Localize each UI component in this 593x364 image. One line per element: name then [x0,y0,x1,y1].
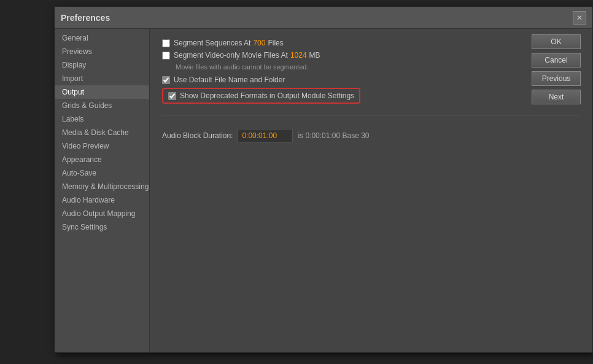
sidebar-item-import[interactable]: Import [55,72,149,85]
segment-sequences-value: 700 [253,39,265,47]
sidebar: General Previews Display Import Output G… [55,29,150,352]
previous-button[interactable]: Previous [532,71,581,86]
sidebar-item-media-disk-cache[interactable]: Media & Disk Cache [55,126,149,139]
close-button[interactable]: ✕ [573,11,586,25]
show-deprecated-row: Show Deprecated Formats in Output Module… [162,88,360,104]
content-area: Segment Sequences At 700 Files Segment V… [150,29,592,352]
sidebar-item-grids-guides[interactable]: Grids & Guides [55,99,149,112]
segment-video-note: Movie files with audio cannot be segment… [176,63,580,71]
audio-block-input[interactable] [238,129,293,142]
audio-block-label: Audio Block Duration: [162,131,233,140]
sidebar-item-appearance[interactable]: Appearance [55,153,149,166]
sidebar-item-display[interactable]: Display [55,58,149,72]
segment-sequences-unit: Files [268,39,283,47]
audio-block-info: is 0:00:01:00 Base 30 [298,131,369,140]
segment-video-row: Segment Video-only Movie Files At 1024 M… [162,51,580,60]
audio-block-duration-row: Audio Block Duration: is 0:00:01:00 Base… [162,129,580,142]
segment-video-checkbox[interactable] [162,52,170,60]
button-panel: OK Cancel Previous Next [532,34,581,104]
show-deprecated-label: Show Deprecated Formats in Output Module… [180,91,354,100]
segment-sequences-label: Segment Sequences At [174,39,250,47]
sidebar-item-labels[interactable]: Labels [55,112,149,126]
dialog-title: Preferences [61,13,110,23]
cancel-button[interactable]: Cancel [532,53,581,68]
sidebar-item-audio-hardware[interactable]: Audio Hardware [55,193,149,207]
next-button[interactable]: Next [532,90,581,104]
ok-button[interactable]: OK [532,34,581,49]
segment-sequences-checkbox[interactable] [162,39,170,47]
segment-video-value: 1024 [290,51,307,60]
show-deprecated-checkbox[interactable] [168,92,176,100]
sidebar-item-audio-output-mapping[interactable]: Audio Output Mapping [55,207,149,220]
default-filename-row: Use Default File Name and Folder [162,76,580,84]
title-bar: Preferences ✕ [55,7,592,29]
sidebar-item-general[interactable]: General [55,31,149,45]
default-filename-checkbox[interactable] [162,76,170,84]
segment-sequences-row: Segment Sequences At 700 Files [162,39,580,47]
sidebar-item-previews[interactable]: Previews [55,45,149,58]
default-filename-label: Use Default File Name and Folder [174,76,285,84]
dialog-body: General Previews Display Import Output G… [55,29,592,352]
sidebar-item-video-preview[interactable]: Video Preview [55,139,149,153]
sidebar-item-auto-save[interactable]: Auto-Save [55,166,149,180]
sidebar-item-sync-settings[interactable]: Sync Settings [55,220,149,234]
preferences-dialog: Preferences ✕ General Previews Display I… [54,6,593,353]
sidebar-item-output[interactable]: Output [55,85,149,99]
segment-video-label: Segment Video-only Movie Files At [174,51,288,60]
sidebar-item-memory-multiprocessing[interactable]: Memory & Multiprocessing [55,180,149,193]
divider [162,115,580,115]
segment-video-unit: MB [309,51,320,60]
